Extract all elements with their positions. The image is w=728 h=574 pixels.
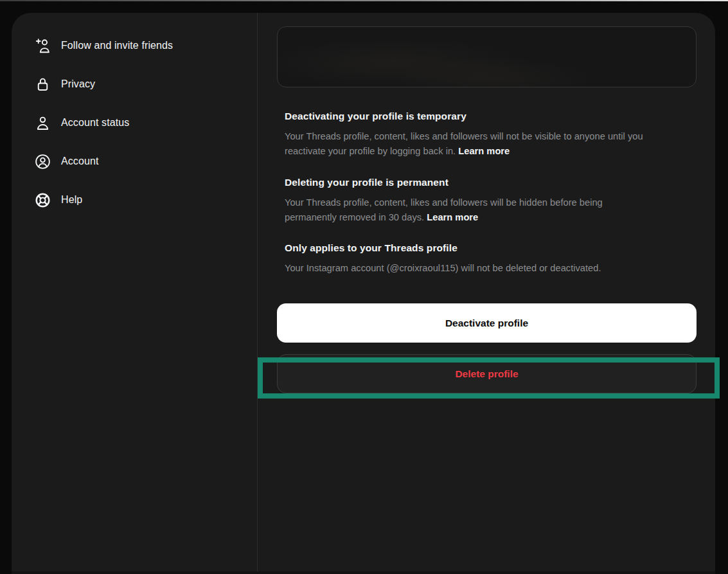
sidebar-content-divider [257,13,258,574]
learn-more-link[interactable]: Learn more [458,146,510,156]
threads-settings-page: { "colors": { "highlight_green": "#17876… [0,0,728,574]
section-deleting-permanent: Deleting your profile is permanent Your … [285,177,699,225]
sidebar-item-help[interactable]: Help [33,191,82,209]
sidebar-item-account-status[interactable]: Account status [33,114,129,132]
learn-more-link[interactable]: Learn more [427,212,478,222]
person-circle-icon [33,152,51,170]
settings-panel: Follow and invite friends Privacy Accoun… [12,13,715,574]
lifebuoy-icon [33,191,51,209]
sidebar-item-account[interactable]: Account [33,152,99,170]
section-heading: Deleting your profile is permanent [285,177,699,188]
sidebar-item-label: Account status [61,117,129,129]
section-heading: Deactivating your profile is temporary [285,111,699,122]
section-heading: Only applies to your Threads profile [285,242,699,254]
lock-icon [33,75,51,93]
sidebar-item-privacy[interactable]: Privacy [33,75,95,93]
section-only-applies-threads: Only applies to your Threads profile You… [285,242,699,276]
sidebar-item-label: Help [61,194,82,206]
section-deactivating-temporary: Deactivating your profile is temporary Y… [285,111,699,159]
sidebar-item-label: Account [61,156,99,167]
section-body: Your Threads profile, content, likes and… [285,195,697,225]
redacted-profile-card [277,26,697,87]
sidebar-item-follow-and-invite-friends[interactable]: Follow and invite friends [33,37,173,55]
delete-profile-button[interactable]: Delete profile [277,354,697,393]
section-body: Your Threads profile, content, likes and… [285,129,697,159]
person-icon [33,114,51,132]
sidebar-item-label: Follow and invite friends [61,40,173,51]
sidebar-item-label: Privacy [61,78,95,90]
section-body: Your Instagram account (@croixraoul115) … [285,261,697,276]
person-add-icon [33,37,51,55]
section-body-text: Your Instagram account (@croixraoul115) … [285,263,601,273]
window-top-edge [0,0,728,1]
deactivate-profile-button[interactable]: Deactivate profile [277,303,697,343]
